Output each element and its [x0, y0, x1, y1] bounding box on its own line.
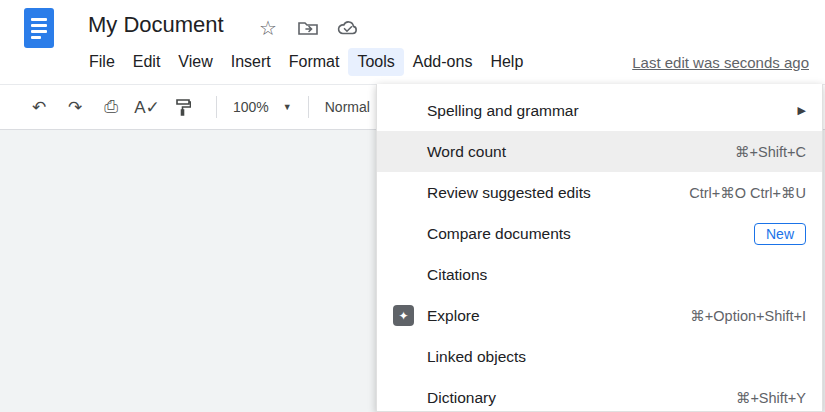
logo-line [31, 30, 47, 33]
paint-format-icon[interactable] [170, 94, 196, 120]
menu-item-spelling-and-grammar[interactable]: Spelling and grammar ▶ [377, 90, 822, 131]
undo-icon[interactable]: ↶ [26, 94, 52, 120]
redo-icon[interactable]: ↷ [62, 94, 88, 120]
menu-file[interactable]: File [80, 48, 124, 76]
menu-item-review-suggested-edits[interactable]: Review suggested edits Ctrl+⌘O Ctrl+⌘U [377, 172, 822, 213]
cloud-saved-icon[interactable] [336, 16, 360, 40]
zoom-select[interactable]: 100% ▼ [227, 99, 298, 115]
move-to-folder-icon[interactable] [296, 16, 320, 40]
zoom-value: 100% [233, 99, 269, 115]
logo-line [31, 24, 47, 27]
tools-menu-dropdown: Spelling and grammar ▶ Word count ⌘+Shif… [376, 84, 823, 412]
toolbar-separator [216, 96, 217, 118]
print-icon[interactable]: ⎙ [98, 94, 124, 120]
shortcut-label: ⌘+Option+Shift+I [690, 308, 806, 324]
menu-edit[interactable]: Edit [124, 48, 170, 76]
chevron-down-icon: ▼ [283, 102, 292, 112]
paragraph-style-select[interactable]: Normal [319, 99, 376, 115]
menu-bar: File Edit View Insert Format Tools Add-o… [80, 48, 532, 76]
shortcut-label: Ctrl+⌘O Ctrl+⌘U [689, 185, 806, 201]
logo-line [31, 18, 47, 21]
menu-item-explore[interactable]: ✦ Explore ⌘+Option+Shift+I [377, 295, 822, 336]
submenu-arrow-icon: ▶ [798, 104, 806, 117]
menu-addons[interactable]: Add-ons [404, 48, 482, 76]
menu-item-dictionary[interactable]: Dictionary ⌘+Shift+Y [377, 377, 822, 412]
menu-help[interactable]: Help [481, 48, 532, 76]
document-title[interactable]: My Document [88, 12, 224, 38]
docs-logo-icon[interactable] [24, 8, 54, 48]
menu-tools[interactable]: Tools [348, 48, 403, 76]
new-badge: New [754, 223, 806, 245]
logo-line [31, 36, 41, 39]
menu-item-word-count[interactable]: Word count ⌘+Shift+C [377, 131, 822, 172]
menu-view[interactable]: View [169, 48, 221, 76]
menu-format[interactable]: Format [280, 48, 349, 76]
menu-item-linked-objects[interactable]: Linked objects [377, 336, 822, 377]
last-edit-link[interactable]: Last edit was seconds ago [632, 54, 809, 71]
google-docs-window: My Document ☆ File Edit View Insert Form… [0, 0, 825, 412]
spellcheck-icon[interactable]: A✓ [134, 94, 160, 120]
shortcut-label: ⌘+Shift+Y [736, 390, 806, 406]
menu-insert[interactable]: Insert [222, 48, 280, 76]
menu-item-compare-documents[interactable]: Compare documents New [377, 213, 822, 254]
star-icon[interactable]: ☆ [256, 16, 280, 40]
shortcut-label: ⌘+Shift+C [735, 144, 806, 160]
explore-icon: ✦ [393, 305, 414, 326]
menu-item-citations[interactable]: Citations [377, 254, 822, 295]
toolbar-separator [308, 96, 309, 118]
